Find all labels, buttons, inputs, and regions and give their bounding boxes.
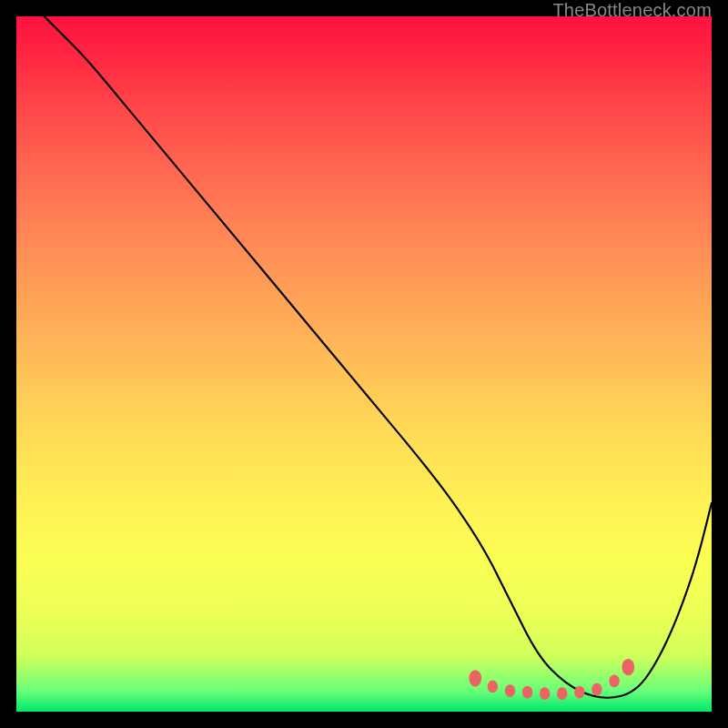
marker-dot <box>622 659 634 675</box>
marker-dot <box>592 683 602 696</box>
chart-curve <box>16 16 712 698</box>
marker-dot <box>557 687 567 700</box>
marker-dot <box>469 670 481 686</box>
marker-dot <box>540 687 550 700</box>
marker-dot <box>505 684 515 697</box>
watermark-text: TheBottleneck.com <box>552 0 712 21</box>
chart-markers <box>469 659 634 700</box>
marker-dot <box>574 686 584 699</box>
marker-dot <box>609 675 619 688</box>
marker-dot <box>488 681 498 693</box>
bottleneck-chart <box>16 16 712 712</box>
marker-dot <box>522 686 532 699</box>
chart-frame: TheBottleneck.com <box>0 0 728 728</box>
